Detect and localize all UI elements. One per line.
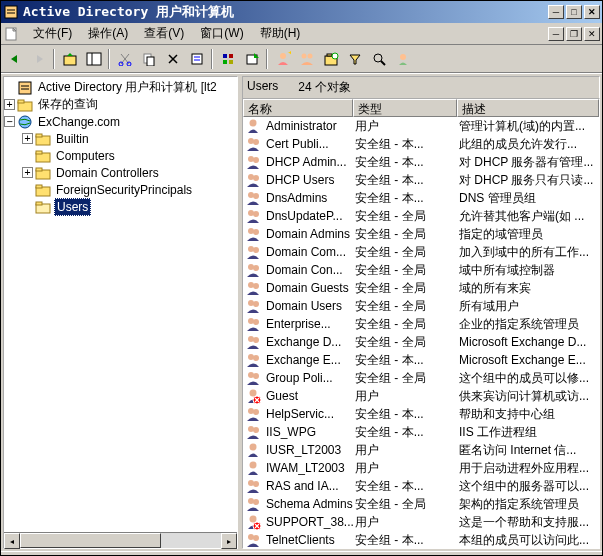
list-item[interactable]: Domain Users安全组 - 全局所有域用户 <box>243 297 599 315</box>
item-type: 安全组 - 全局 <box>353 298 457 315</box>
tree-domain-controllers[interactable]: +Domain Controllers <box>4 164 237 181</box>
document-icon <box>3 26 19 42</box>
column-desc[interactable]: 描述 <box>457 99 599 117</box>
svg-rect-12 <box>223 54 227 58</box>
list-item[interactable]: IIS_WPG安全组 - 本...IIS 工作进程组 <box>243 423 599 441</box>
tree-computers[interactable]: Computers <box>4 147 237 164</box>
tree-fsp[interactable]: ForeignSecurityPrincipals <box>4 181 237 198</box>
list-item[interactable]: HelpServic...安全组 - 本...帮助和支持中心组 <box>243 405 599 423</box>
tree-users[interactable]: Users <box>4 198 237 215</box>
list-item[interactable]: Domain Con...安全组 - 全局域中所有域控制器 <box>243 261 599 279</box>
export-list-button[interactable] <box>240 48 263 70</box>
mdi-close-button[interactable]: ✕ <box>584 27 600 41</box>
scroll-left-button[interactable]: ◂ <box>4 533 20 549</box>
maximize-button[interactable]: □ <box>566 5 582 19</box>
tree-h-scrollbar[interactable]: ◂ ▸ <box>4 532 237 548</box>
list-item[interactable]: Cert Publi...安全组 - 本...此组的成员允许发行... <box>243 135 599 153</box>
list-item[interactable]: SUPPORT_38...用户这是一个帮助和支持服... <box>243 513 599 531</box>
tree-view[interactable]: Active Directory 用户和计算机 [lt2+保存的查询−ExCha… <box>4 77 237 532</box>
item-desc: 架构的指定系统管理员 <box>457 496 599 513</box>
list-item[interactable]: DnsUpdateP...安全组 - 全局允许替其他客户端(如 ... <box>243 207 599 225</box>
item-type: 安全组 - 全局 <box>353 370 457 387</box>
copy-button[interactable] <box>137 48 160 70</box>
scroll-right-button[interactable]: ▸ <box>221 533 237 549</box>
list-item[interactable]: IWAM_LT2003用户用于启动进程外应用程... <box>243 459 599 477</box>
tree-saved-queries[interactable]: +保存的查询 <box>4 96 237 113</box>
list-summary: Users 24 个对象 <box>242 76 600 98</box>
expander-icon[interactable]: + <box>22 167 33 178</box>
list-item[interactable]: Domain Com...安全组 - 全局加入到域中的所有工作... <box>243 243 599 261</box>
list-item[interactable]: Domain Admins安全组 - 全局指定的域管理员 <box>243 225 599 243</box>
svg-point-51 <box>253 193 259 199</box>
item-desc: 这个组中的成员可以修... <box>457 370 599 387</box>
item-name: SUPPORT_38... <box>266 515 353 529</box>
group-icon <box>245 532 261 548</box>
titlebar[interactable]: Active Directory 用户和计算机 ─ □ ✕ <box>1 1 602 23</box>
menu-help[interactable]: 帮助(H) <box>252 23 309 44</box>
list-view[interactable]: 名称 类型 描述 Administrator用户管理计算机(域)的内置...Ce… <box>242 98 600 549</box>
svg-line-25 <box>381 61 385 65</box>
list-item[interactable]: Exchange D...安全组 - 全局Microsoft Exchange … <box>243 333 599 351</box>
svg-point-32 <box>19 116 31 128</box>
show-tree-button[interactable] <box>82 48 105 70</box>
svg-point-76 <box>248 426 254 432</box>
list-item[interactable]: Schema Admins安全组 - 全局架构的指定系统管理员 <box>243 495 599 513</box>
list-item[interactable]: RAS and IA...安全组 - 本...这个组中的服务器可以... <box>243 477 599 495</box>
list-item[interactable]: Group Poli...安全组 - 全局这个组中的成员可以修... <box>243 369 599 387</box>
item-name: Administrator <box>266 119 337 133</box>
list-item[interactable]: DHCP Admin...安全组 - 本...对 DHCP 服务器有管理... <box>243 153 599 171</box>
list-item[interactable]: Enterprise...安全组 - 全局企业的指定系统管理员 <box>243 315 599 333</box>
list-item[interactable]: DnsAdmins安全组 - 本...DNS 管理员组 <box>243 189 599 207</box>
tree-root[interactable]: Active Directory 用户和计算机 [lt2 <box>4 79 237 96</box>
up-button[interactable] <box>58 48 81 70</box>
minimize-button[interactable]: ─ <box>548 5 564 19</box>
tree-node-icon <box>35 199 51 215</box>
forward-button[interactable] <box>27 48 50 70</box>
svg-rect-31 <box>18 100 24 103</box>
list-item[interactable]: DHCP Users安全组 - 本...对 DHCP 服务只有只读... <box>243 171 599 189</box>
svg-rect-15 <box>229 60 233 64</box>
column-type[interactable]: 类型 <box>353 99 457 117</box>
properties-button[interactable] <box>185 48 208 70</box>
list-item[interactable]: IUSR_LT2003用户匿名访问 Internet 信... <box>243 441 599 459</box>
new-user-button[interactable]: ✦ <box>271 48 294 70</box>
menu-view[interactable]: 查看(V) <box>136 23 192 44</box>
new-group-button[interactable] <box>295 48 318 70</box>
mdi-restore-button[interactable]: ❐ <box>566 27 582 41</box>
list-item[interactable]: TelnetClients安全组 - 本...本组的成员可以访问此... <box>243 531 599 548</box>
menu-action[interactable]: 操作(A) <box>80 23 136 44</box>
item-desc: 域中所有域控制器 <box>457 262 599 279</box>
filter-button[interactable] <box>343 48 366 70</box>
menu-window[interactable]: 窗口(W) <box>192 23 251 44</box>
list-item[interactable]: Exchange E...安全组 - 本...Microsoft Exchang… <box>243 351 599 369</box>
column-name[interactable]: 名称 <box>243 99 353 117</box>
delete-button[interactable] <box>161 48 184 70</box>
item-type: 安全组 - 本... <box>353 478 457 495</box>
list-item[interactable]: Administrator用户管理计算机(域)的内置... <box>243 117 599 135</box>
item-type: 安全组 - 全局 <box>353 316 457 333</box>
back-button[interactable] <box>3 48 26 70</box>
user-icon <box>245 118 261 134</box>
close-button[interactable]: ✕ <box>584 5 600 19</box>
find-button[interactable] <box>367 48 390 70</box>
expander-icon[interactable]: − <box>4 116 15 127</box>
group-icon <box>245 370 261 386</box>
menu-file[interactable]: 文件(F) <box>25 23 80 44</box>
expander-icon[interactable]: + <box>22 133 33 144</box>
item-name: DnsUpdateP... <box>266 209 343 223</box>
list-item[interactable]: Domain Guests安全组 - 全局域的所有来宾 <box>243 279 599 297</box>
tree-builtin[interactable]: +Builtin <box>4 130 237 147</box>
mdi-minimize-button[interactable]: ─ <box>548 27 564 41</box>
item-type: 用户 <box>353 118 457 135</box>
refresh-button[interactable] <box>216 48 239 70</box>
group-icon <box>245 352 261 368</box>
item-desc: 本组的成员可以访问此... <box>457 532 599 549</box>
expander-icon[interactable]: + <box>4 99 15 110</box>
tree-node-icon <box>35 182 51 198</box>
tree-node-label: Computers <box>54 148 117 164</box>
add-member-button[interactable] <box>391 48 414 70</box>
tree-domain[interactable]: −ExChange.com <box>4 113 237 130</box>
list-item[interactable]: Guest用户供来宾访问计算机或访... <box>243 387 599 405</box>
new-ou-button[interactable] <box>319 48 342 70</box>
cut-button[interactable] <box>113 48 136 70</box>
